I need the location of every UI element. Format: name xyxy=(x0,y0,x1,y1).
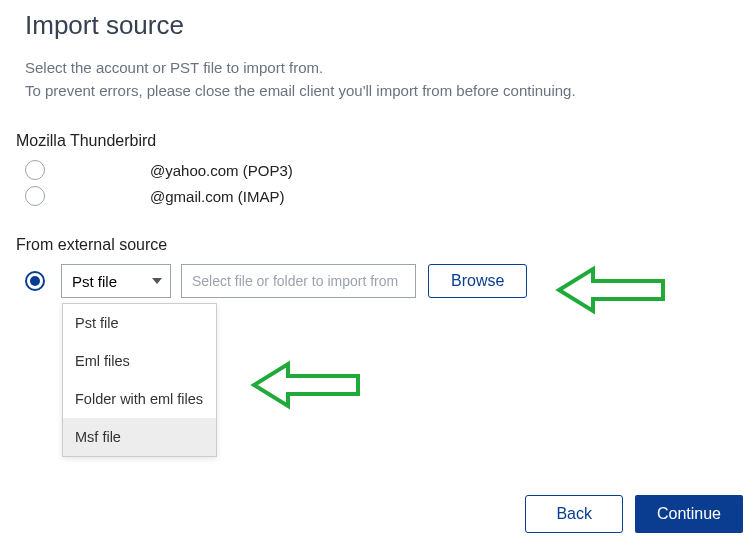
radio-icon[interactable] xyxy=(25,160,45,180)
radio-external[interactable] xyxy=(25,271,45,291)
browse-button[interactable]: Browse xyxy=(428,264,527,298)
filetype-select[interactable]: Pst file xyxy=(61,264,171,298)
select-value: Pst file xyxy=(72,273,117,290)
dropdown-item-eml[interactable]: Eml files xyxy=(63,342,216,380)
page-subtitle: Select the account or PST file to import… xyxy=(25,57,755,102)
filetype-dropdown: Pst file Eml files Folder with eml files… xyxy=(62,303,217,457)
account-label: @yahoo.com (POP3) xyxy=(150,162,293,179)
annotation-arrow-browse xyxy=(555,265,665,315)
page-title: Import source xyxy=(25,10,755,41)
dropdown-item-msf[interactable]: Msf file xyxy=(63,418,216,456)
section-external: From external source xyxy=(16,236,755,254)
annotation-arrow-dropdown xyxy=(250,360,360,410)
radio-icon[interactable] xyxy=(25,186,45,206)
path-input[interactable]: Select file or folder to import from xyxy=(181,264,416,298)
chevron-down-icon xyxy=(152,278,162,284)
dropdown-item-folder-eml[interactable]: Folder with eml files xyxy=(63,380,216,418)
account-row-1[interactable]: @gmail.com (IMAP) xyxy=(25,186,755,206)
dropdown-item-pst[interactable]: Pst file xyxy=(63,304,216,342)
footer-buttons: Back Continue xyxy=(525,495,743,533)
section-thunderbird: Mozilla Thunderbird xyxy=(16,132,755,150)
back-button[interactable]: Back xyxy=(525,495,623,533)
continue-button[interactable]: Continue xyxy=(635,495,743,533)
account-label: @gmail.com (IMAP) xyxy=(150,188,284,205)
account-row-0[interactable]: @yahoo.com (POP3) xyxy=(25,160,755,180)
